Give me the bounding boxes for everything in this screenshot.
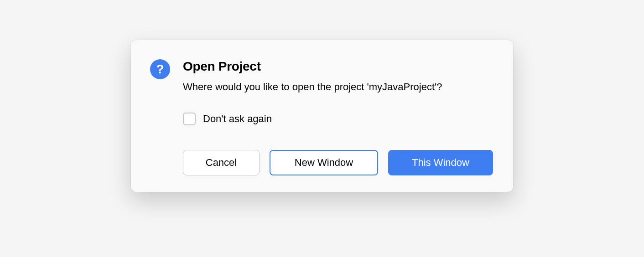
cancel-button[interactable]: Cancel — [183, 150, 260, 175]
dialog-title: Open Project — [183, 59, 494, 74]
dialog-button-row: Cancel New Window This Window — [183, 150, 494, 175]
dont-ask-again-row[interactable]: Don't ask again — [183, 113, 494, 125]
dont-ask-again-checkbox[interactable] — [183, 113, 196, 125]
new-window-button[interactable]: New Window — [270, 150, 378, 175]
dont-ask-again-label: Don't ask again — [203, 113, 272, 125]
open-project-dialog: ? Open Project Where would you like to o… — [131, 40, 513, 192]
dialog-message: Where would you like to open the project… — [183, 79, 494, 94]
question-mark-icon: ? — [150, 59, 170, 79]
this-window-button[interactable]: This Window — [388, 150, 493, 175]
dialog-icon-column: ? — [150, 59, 170, 175]
dialog-content: Open Project Where would you like to ope… — [183, 59, 494, 175]
